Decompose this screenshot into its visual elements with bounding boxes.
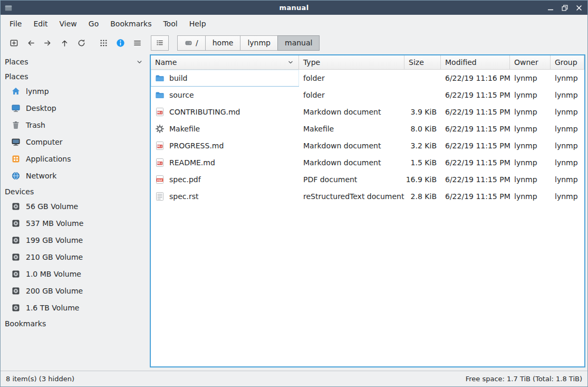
sidebar-item-computer[interactable]: Computer: [1, 134, 150, 150]
volume-icon: [11, 303, 21, 313]
file-type: PDF document: [299, 171, 404, 188]
statusbar: 8 item(s) (3 hidden) Free space: 1.7 TiB…: [1, 371, 587, 386]
new-tab-button[interactable]: [5, 35, 22, 51]
sidebar-header[interactable]: Places: [1, 54, 150, 69]
file-row-readme-md[interactable]: M↓README.mdMarkdown document1.5 KiB6/22/…: [151, 154, 584, 171]
sidebar-item-210-gb-volume[interactable]: 210 GB Volume: [1, 249, 150, 266]
sidebar-item-applications[interactable]: Applications: [1, 150, 150, 167]
close-button[interactable]: [574, 3, 584, 13]
sidebar-item-1-6-tb-volume[interactable]: 1.6 TB Volume: [1, 299, 150, 316]
menu-help[interactable]: Help: [184, 17, 212, 31]
sidebar-item-desktop[interactable]: Desktop: [1, 100, 150, 117]
refresh-icon: [77, 39, 86, 48]
sidebar-item-537-mb-volume[interactable]: 537 MB Volume: [1, 215, 150, 232]
file-group: lynmp: [551, 103, 584, 120]
file-list-body[interactable]: buildfolder6/22/19 11:16 PMlynmplynmpsou…: [151, 70, 584, 366]
applications-icon: [11, 154, 21, 164]
chevron-down-icon[interactable]: [136, 58, 143, 66]
file-row-spec-rst[interactable]: spec.rstreStructuredText document2.8 KiB…: [151, 188, 584, 205]
new-tab-icon: [9, 39, 18, 48]
sidebar: Places PlaceslynmpDesktopTrashComputerAp…: [1, 53, 150, 371]
file-size: 1.5 KiB: [404, 154, 441, 171]
network-icon: [11, 171, 21, 181]
volume-icon: [11, 286, 21, 296]
back-button[interactable]: [22, 35, 39, 51]
file-modified: 6/22/19 11:15 PM: [441, 188, 510, 205]
back-icon: [26, 39, 35, 48]
grid-button[interactable]: [95, 35, 112, 51]
titlebar[interactable]: manual: [1, 1, 587, 15]
sidebar-group-bookmarks[interactable]: Bookmarks: [1, 316, 150, 330]
up-button[interactable]: [56, 35, 73, 51]
file-modified: 6/22/19 11:15 PM: [441, 120, 510, 137]
chevron-down-icon: [287, 59, 294, 66]
file-size: [404, 87, 441, 103]
column-header-owner[interactable]: Owner: [510, 55, 551, 69]
sidebar-item-label: Applications: [26, 155, 71, 163]
view-mode-button[interactable]: [151, 35, 169, 51]
menu-bookmarks[interactable]: Bookmarks: [104, 17, 157, 31]
forward-button[interactable]: [39, 35, 56, 51]
minimize-button[interactable]: [546, 3, 555, 13]
file-name-cell: M↓CONTRIBUTING.md: [151, 103, 299, 120]
column-header-modified[interactable]: Modified: [441, 55, 510, 69]
sidebar-item-1-0-mb-volume[interactable]: 1.0 MB Volume: [1, 266, 150, 282]
grid-icon: [99, 39, 108, 48]
menu-go[interactable]: Go: [83, 17, 104, 31]
sidebar-group-devices[interactable]: Devices: [1, 184, 150, 198]
path-home-button[interactable]: home: [205, 35, 241, 51]
sidebar-item-199-gb-volume[interactable]: 199 GB Volume: [1, 232, 150, 249]
sidebar-item-lynmp[interactable]: lynmp: [1, 83, 150, 100]
column-label: Owner: [514, 58, 538, 67]
window-title: manual: [1, 4, 587, 12]
menu-tool[interactable]: Tool: [157, 17, 183, 31]
sidebar-item-56-gb-volume[interactable]: 56 GB Volume: [1, 198, 150, 215]
sidebar-item-network[interactable]: Network: [1, 167, 150, 184]
info-button[interactable]: [112, 35, 129, 51]
column-header-group[interactable]: Group: [551, 55, 584, 69]
file-name-cell: M↓PROGRESS.md: [151, 137, 299, 154]
menu-file[interactable]: File: [4, 17, 27, 31]
sidebar-item-200-gb-volume[interactable]: 200 GB Volume: [1, 282, 150, 299]
refresh-button[interactable]: [73, 35, 90, 51]
svg-text:M↓: M↓: [157, 145, 162, 148]
volume-icon: [11, 202, 21, 211]
sidebar-item-label: Computer: [26, 138, 63, 146]
sidebar-group-places[interactable]: Places: [1, 69, 150, 83]
menu-view[interactable]: View: [54, 17, 83, 31]
file-row-contributing-md[interactable]: M↓CONTRIBUTING.mdMarkdown document3.9 Ki…: [151, 103, 584, 120]
file-row-spec-pdf[interactable]: PDFspec.pdfPDF document16.9 KiB6/22/19 1…: [151, 171, 584, 188]
file-size: 2.8 KiB: [404, 188, 441, 205]
path-manual-button[interactable]: manual: [277, 35, 320, 51]
file-name-cell: PDFspec.pdf: [151, 171, 299, 188]
column-header-type[interactable]: Type: [299, 55, 404, 69]
file-row-source[interactable]: sourcefolder6/22/19 11:15 PMlynmplynmp: [151, 87, 584, 103]
column-header-name[interactable]: Name: [151, 55, 299, 69]
path-label: lynmp: [247, 39, 271, 47]
file-row-progress-md[interactable]: M↓PROGRESS.mdMarkdown document3.2 KiB6/2…: [151, 137, 584, 154]
folder-icon: [155, 90, 165, 100]
file-name: spec.rst: [169, 192, 198, 201]
file-type: Markdown document: [299, 154, 404, 171]
makefile-icon: [155, 124, 165, 134]
file-row-makefile[interactable]: MakefileMakefile8.0 KiB6/22/19 11:15 PMl…: [151, 120, 584, 137]
toolbar: /homelynmpmanual: [1, 32, 587, 53]
file-group: lynmp: [551, 171, 584, 188]
file-size: [404, 70, 441, 87]
file-list-pane: NameTypeSizeModifiedOwnerGroup buildfold…: [150, 54, 585, 367]
path-lynmp-button[interactable]: lynmp: [240, 35, 278, 51]
file-name: PROGRESS.md: [169, 141, 224, 150]
sidebar-item-label: lynmp: [26, 87, 49, 96]
status-free-space: Free space: 1.7 TiB (Total: 1.8 TiB): [466, 375, 582, 383]
menubar: FileEditViewGoBookmarksToolHelp: [1, 15, 587, 32]
sidebar-item-trash[interactable]: Trash: [1, 117, 150, 134]
menu-icon: [133, 39, 142, 48]
sidebar-header-label: Places: [5, 58, 28, 66]
file-row-build[interactable]: buildfolder6/22/19 11:16 PMlynmplynmp: [151, 70, 584, 87]
menu-edit[interactable]: Edit: [27, 17, 53, 31]
path-root-button[interactable]: /: [177, 35, 206, 51]
restore-button[interactable]: [560, 3, 570, 13]
list-view-icon: [156, 39, 164, 47]
menu-button[interactable]: [129, 35, 146, 51]
column-header-size[interactable]: Size: [404, 55, 441, 69]
